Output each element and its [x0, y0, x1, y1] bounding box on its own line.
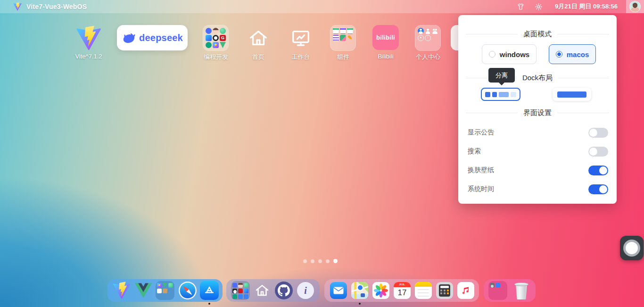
notes-mini-icon — [157, 289, 162, 293]
feishu-mini-icon — [244, 289, 248, 293]
dock-icon-appstore[interactable] — [200, 281, 219, 300]
pager-dot-2[interactable] — [311, 259, 314, 263]
section-title: 界面设置 — [523, 108, 552, 117]
trash-icon — [514, 282, 528, 299]
dock-folder-apps[interactable] — [231, 281, 250, 300]
mode-option-macos[interactable]: macos — [549, 44, 596, 64]
settings-gear-icon[interactable] — [532, 0, 545, 13]
icon-label: 工作台 — [277, 53, 324, 61]
box-mini-icon — [163, 289, 167, 293]
dock-seg-icon — [511, 92, 516, 97]
dock-icon-music[interactable] — [457, 281, 474, 300]
people-mini-icon — [432, 28, 438, 34]
dock-icon-calculator[interactable] — [436, 281, 453, 300]
tooltip-text: 分离 — [495, 71, 508, 80]
toggle-systemtime[interactable] — [588, 184, 608, 194]
desktop-icon-vite[interactable]: Vite^7.1.2 — [75, 25, 102, 51]
desktop-icon-workbench[interactable]: 工作台 — [288, 25, 314, 51]
desktop-widget-deepseek[interactable]: deepseek — [117, 25, 188, 50]
dock-layout-option-unified[interactable] — [553, 88, 591, 101]
pager-dot-1[interactable] — [303, 259, 307, 263]
dock-seg-icon — [499, 92, 509, 97]
bilibili-wordmark: bilibili — [376, 34, 396, 41]
dock-icon-calendar[interactable]: JUL 17 — [394, 281, 411, 300]
dock-icon-home[interactable] — [253, 281, 272, 300]
running-indicator-appstore — [208, 303, 210, 305]
dock-icon-github[interactable] — [274, 281, 293, 300]
dock-group-4 — [484, 279, 536, 302]
icon-label: Bilibili — [362, 53, 409, 60]
dock-group-2: i — [226, 279, 320, 302]
dock-group-3: JUL 17 — [324, 279, 479, 302]
dock-icon-info[interactable]: i — [296, 281, 315, 300]
divider — [466, 34, 518, 34]
assistive-ring — [623, 240, 640, 257]
toggle-announcement[interactable] — [588, 128, 608, 138]
dock-folder-devtools[interactable] — [156, 281, 174, 300]
setting-label: 显示公告 — [468, 128, 494, 137]
pager-dot-5[interactable] — [333, 259, 338, 263]
dock-icon-vite[interactable] — [112, 281, 131, 300]
pager-dot-3[interactable] — [318, 259, 322, 263]
alarm-mini-icon — [418, 35, 424, 41]
dock-icon-photos[interactable] — [372, 281, 389, 300]
dock-seg-icon — [485, 92, 490, 97]
blue-mini-icon — [244, 294, 248, 299]
dock-folder-system[interactable] — [488, 281, 507, 300]
desktop-root: Vite7-Vue3-WebOS 9月21日 周日 09:58:56 — [0, 0, 644, 307]
toggle-search[interactable] — [588, 147, 608, 157]
dock-icon-trash[interactable] — [512, 281, 531, 300]
form-mini-icon — [340, 35, 346, 41]
icon-label: 组件 — [320, 53, 367, 61]
dock-icon-notes[interactable] — [415, 281, 432, 300]
setting-row-search: 搜索 — [468, 146, 608, 157]
gitee-mini-icon: G — [220, 35, 226, 41]
dock-icon-mail[interactable] — [330, 281, 347, 300]
mode-label: windows — [500, 50, 529, 58]
mode-label: macos — [567, 50, 589, 58]
setting-label: 搜索 — [468, 147, 481, 156]
divider — [557, 34, 609, 34]
folder-tile: G — [203, 25, 229, 51]
desktop-folder-components[interactable]: ✎ 组件 — [330, 25, 356, 51]
clock-mini-icon — [425, 35, 431, 41]
dock-layout-option-split[interactable] — [481, 88, 520, 101]
system-clock[interactable]: 9月21日 周日 09:58:56 — [555, 2, 618, 11]
section-interface: 界面设置 — [466, 108, 609, 117]
dock-layout-tooltip: 分离 — [488, 68, 515, 83]
radio-icon — [556, 51, 562, 58]
dock-bar-icon — [557, 91, 586, 98]
deepseek-wordmark: deepseek — [139, 33, 183, 43]
desktop-folder-usercenter[interactable]: 个人中心 — [415, 25, 441, 51]
notes-tile — [415, 282, 432, 299]
openai-mini-icon — [232, 294, 237, 299]
toggle-wallpaper[interactable] — [588, 166, 608, 175]
desktop-icon-bilibili[interactable]: bilibili Bilibili — [372, 25, 399, 50]
table-mini-icon — [347, 28, 353, 34]
theme-skin-icon[interactable] — [514, 0, 527, 13]
pager-dot-4[interactable] — [326, 259, 330, 263]
info-circle: i — [297, 282, 314, 299]
divider — [466, 113, 518, 113]
mode-option-windows[interactable]: windows — [482, 44, 537, 64]
deepseek-mini-icon — [232, 283, 237, 288]
setting-label: 换肤壁纸 — [468, 166, 494, 174]
top-menubar: Vite7-Vue3-WebOS 9月21日 周日 09:58:56 — [0, 0, 644, 13]
dock-group-1 — [107, 279, 223, 302]
deepseek-mini-icon — [206, 28, 212, 34]
desktop-folder-dev[interactable]: G 编程开发 — [203, 25, 229, 51]
vite-mini-icon — [157, 283, 162, 288]
running-indicator-maps — [359, 303, 361, 305]
assistive-touch-button[interactable] — [620, 236, 644, 260]
desktop-icon-home[interactable]: 首页 — [245, 25, 272, 51]
table-mini-icon — [333, 28, 339, 34]
dock-icon-vue[interactable] — [134, 281, 153, 300]
wechat-mini-icon — [220, 28, 226, 34]
avatar-button[interactable] — [626, 0, 644, 13]
dock-icon-maps[interactable] — [351, 281, 368, 300]
setting-row-systemtime: 系统时间 — [468, 183, 608, 195]
setting-row-wallpaper: 换肤壁纸 — [468, 165, 608, 176]
calendar-month: JUL — [394, 282, 411, 287]
dock-icon-safari[interactable] — [178, 281, 197, 300]
table-mini-icon — [340, 28, 346, 34]
